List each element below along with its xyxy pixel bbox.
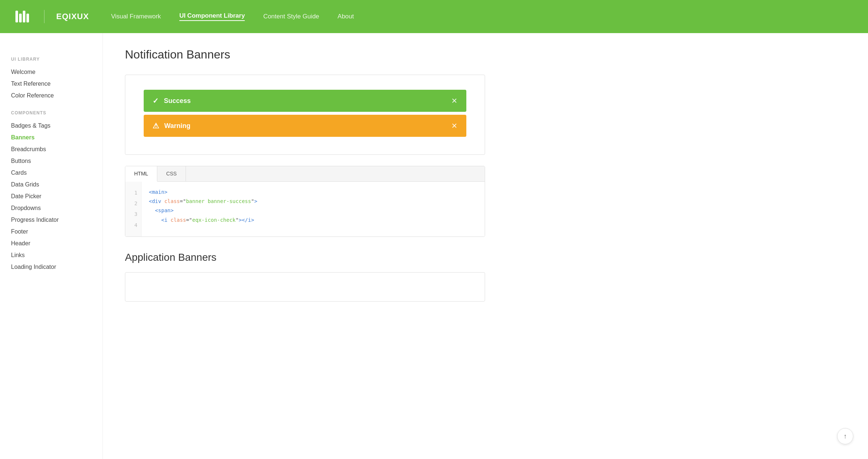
- svg-rect-1: [19, 14, 22, 22]
- warning-icon: ⚠: [153, 121, 159, 130]
- layout: UI LIBRARY Welcome Text Reference Color …: [0, 33, 868, 459]
- sidebar-item-footer[interactable]: Footer: [11, 226, 92, 238]
- logo-text: EQIXUX: [56, 12, 89, 21]
- logo-icon: [15, 8, 32, 25]
- svg-rect-3: [26, 14, 29, 22]
- success-close-button[interactable]: ✕: [451, 96, 458, 105]
- code-tabs: HTML CSS: [125, 166, 485, 182]
- tab-html[interactable]: HTML: [125, 166, 157, 182]
- success-banner: ✓ Success ✕: [144, 90, 466, 112]
- warning-banner-text: Warning: [164, 122, 451, 130]
- sidebar-item-header[interactable]: Header: [11, 238, 92, 249]
- top-header: EQIXUX Visual Framework UI Component Lib…: [0, 0, 868, 33]
- application-banners-demo: [125, 272, 485, 302]
- sidebar-item-text-reference[interactable]: Text Reference: [11, 78, 92, 90]
- scroll-top-icon: ↑: [844, 433, 847, 440]
- code-line-4: <i class="eqx-icon-check"></i>: [149, 216, 477, 225]
- sidebar-item-dropdowns[interactable]: Dropdowns: [11, 202, 92, 214]
- sidebar-item-buttons[interactable]: Buttons: [11, 155, 92, 167]
- tab-css[interactable]: CSS: [157, 166, 186, 181]
- sidebar-item-data-grids[interactable]: Data Grids: [11, 179, 92, 191]
- page-title: Notification Banners: [125, 48, 485, 61]
- code-line-1: <main>: [149, 188, 477, 197]
- line-num-2: 2: [125, 198, 141, 209]
- sidebar-item-breadcrumbs[interactable]: Breadcrumbs: [11, 143, 92, 155]
- warning-banner: ⚠ Warning ✕: [144, 115, 466, 137]
- nav-content-style-guide[interactable]: Content Style Guide: [263, 13, 319, 20]
- sidebar-item-date-picker[interactable]: Date Picker: [11, 191, 92, 202]
- nav-about[interactable]: About: [338, 13, 354, 20]
- warning-close-button[interactable]: ✕: [451, 121, 458, 130]
- sidebar-item-welcome[interactable]: Welcome: [11, 66, 92, 78]
- line-num-4: 4: [125, 220, 141, 231]
- sidebar: UI LIBRARY Welcome Text Reference Color …: [0, 33, 103, 459]
- nav-ui-component-library[interactable]: UI Component Library: [179, 12, 245, 21]
- logo-area: EQIXUX: [15, 8, 89, 25]
- code-body: 1 2 3 4 <main> <div class="banner banner…: [125, 182, 485, 236]
- code-line-3: <span>: [149, 206, 477, 215]
- success-icon: ✓: [153, 96, 159, 105]
- sidebar-item-loading-indicator[interactable]: Loading Indicator: [11, 261, 92, 273]
- nav-visual-framework[interactable]: Visual Framework: [111, 13, 161, 20]
- code-panel: HTML CSS 1 2 3 4 <main> <div class="bann…: [125, 166, 485, 237]
- code-line-2: <div class="banner banner-success">: [149, 197, 477, 206]
- code-line-numbers: 1 2 3 4: [125, 182, 141, 236]
- svg-rect-2: [23, 11, 25, 22]
- sidebar-library-label: UI LIBRARY: [11, 57, 92, 62]
- line-num-1: 1: [125, 188, 141, 198]
- sidebar-components-label: COMPONENTS: [11, 110, 92, 115]
- sidebar-item-badges-tags[interactable]: Badges & Tags: [11, 120, 92, 132]
- code-content: <main> <div class="banner banner-success…: [141, 182, 485, 236]
- notification-banners-demo: ✓ Success ✕ ⚠ Warning ✕: [125, 75, 485, 155]
- sidebar-item-progress-indicator[interactable]: Progress Indicator: [11, 214, 92, 226]
- line-num-3: 3: [125, 209, 141, 220]
- success-banner-text: Success: [164, 97, 451, 105]
- sidebar-item-banners[interactable]: Banners: [11, 132, 92, 143]
- main-nav: Visual Framework UI Component Library Co…: [111, 12, 354, 21]
- application-banners-title: Application Banners: [125, 252, 485, 263]
- sidebar-item-cards[interactable]: Cards: [11, 167, 92, 179]
- sidebar-item-links[interactable]: Links: [11, 249, 92, 261]
- main-content: Notification Banners ✓ Success ✕ ⚠ Warni…: [103, 33, 507, 459]
- svg-rect-0: [15, 11, 18, 22]
- sidebar-item-color-reference[interactable]: Color Reference: [11, 90, 92, 102]
- logo-divider: [44, 10, 44, 23]
- scroll-top-button[interactable]: ↑: [837, 428, 853, 444]
